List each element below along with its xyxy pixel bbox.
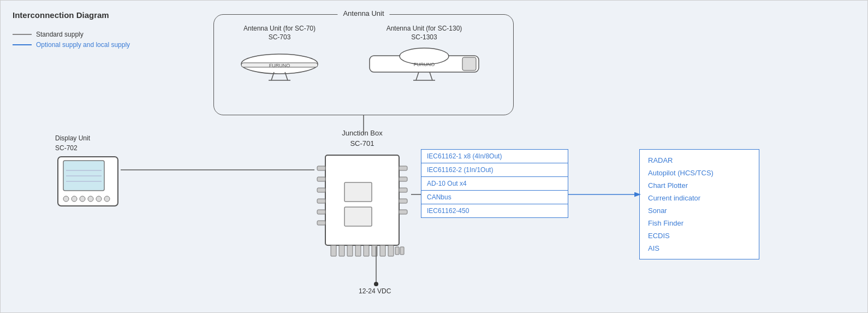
antenna-left-label1: Antenna Unit (for SC-70)	[236, 25, 323, 32]
display-unit-label2: SC-702	[55, 144, 121, 152]
svg-point-22	[96, 196, 102, 202]
svg-line-10	[416, 72, 419, 80]
svg-point-18	[63, 196, 69, 202]
antenna-right: Antenna Unit (for SC-130) SC-1303 FURUNO	[367, 25, 481, 86]
svg-rect-34	[399, 199, 407, 203]
port-item-0: IEC61162-1 x8 (4In/8Out)	[421, 150, 568, 163]
display-unit-icon	[55, 154, 121, 209]
display-unit-label1: Display Unit	[55, 134, 121, 142]
standard-line-icon	[13, 34, 32, 35]
svg-text:FURUNO: FURUNO	[269, 63, 290, 68]
svg-point-21	[88, 196, 93, 202]
svg-rect-27	[317, 188, 325, 192]
device-item-5: Fish Finder	[648, 219, 751, 227]
display-unit: Display Unit SC-702	[55, 134, 121, 210]
devices-box: RADAR Autopilot (HCS/TCS) Chart Plotter …	[639, 149, 759, 259]
device-item-0: RADAR	[648, 156, 751, 164]
port-item-2: AD-10 Out x4	[421, 177, 568, 191]
svg-rect-38	[331, 245, 336, 256]
svg-rect-41	[355, 245, 361, 256]
power-label: 12-24 VDC	[359, 287, 391, 295]
port-list-box: IEC61162-1 x8 (4In/8Out) IEC61162-2 (1In…	[421, 149, 568, 218]
svg-rect-29	[317, 210, 325, 214]
svg-rect-37	[344, 207, 372, 226]
svg-rect-40	[347, 245, 353, 256]
svg-text:FURUNO: FURUNO	[414, 62, 435, 67]
svg-rect-26	[317, 177, 325, 181]
antenna-right-label1: Antenna Unit (for SC-130)	[367, 25, 481, 32]
antenna-unit-box: Antenna Unit Antenna Unit (for SC-70) SC…	[213, 14, 514, 115]
svg-rect-36	[344, 182, 372, 202]
svg-rect-45	[388, 245, 394, 256]
svg-rect-43	[372, 245, 377, 256]
svg-rect-31	[399, 166, 407, 170]
antenna-right-icon: FURUNO	[367, 42, 481, 86]
legend-optional: Optional supply and local supply	[13, 41, 130, 49]
page-title: Interconnection Diagram	[13, 10, 109, 20]
svg-point-53	[374, 282, 378, 286]
diagram-container: Interconnection Diagram Standard supply …	[0, 0, 868, 313]
optional-label: Optional supply and local supply	[36, 41, 130, 49]
device-item-7: AIS	[648, 244, 751, 252]
antenna-left-label2: SC-703	[236, 33, 323, 41]
device-item-6: ECDIS	[648, 232, 751, 240]
port-item-3: CANbus	[421, 191, 568, 204]
device-item-4: Sonar	[648, 206, 751, 215]
svg-rect-33	[399, 188, 407, 192]
svg-rect-47	[400, 247, 404, 255]
power-label-text: 12-24 VDC	[359, 287, 391, 295]
antenna-right-label2: SC-1303	[367, 33, 481, 41]
svg-rect-46	[395, 247, 399, 255]
svg-point-20	[80, 196, 85, 202]
junction-box-label1: Junction Box	[314, 129, 410, 137]
port-item-1: IEC61162-2 (1In/1Out)	[421, 163, 568, 177]
svg-rect-28	[317, 199, 325, 203]
svg-rect-9	[462, 57, 476, 70]
device-item-2: Chart Plotter	[648, 181, 751, 190]
svg-rect-39	[339, 245, 344, 256]
junction-box-area: Junction Box SC-701	[314, 129, 410, 269]
svg-point-23	[104, 196, 110, 202]
antenna-left-icon: FURUNO	[236, 42, 323, 86]
antenna-box-title: Antenna Unit	[337, 9, 389, 17]
svg-rect-35	[399, 210, 407, 214]
device-item-1: Autopilot (HCS/TCS)	[648, 169, 751, 177]
junction-box-label2: SC-701	[314, 139, 410, 147]
optional-line-icon	[13, 44, 32, 45]
svg-line-11	[430, 72, 432, 80]
port-item-4: IEC61162-450	[421, 204, 568, 217]
svg-rect-44	[380, 245, 385, 256]
svg-rect-42	[364, 245, 369, 256]
svg-point-19	[72, 196, 77, 202]
junction-box-icon	[314, 150, 410, 267]
legend: Standard supply Optional supply and loca…	[13, 31, 130, 51]
legend-standard: Standard supply	[13, 31, 130, 38]
svg-rect-30	[317, 221, 325, 225]
device-item-3: Current indicator	[648, 194, 751, 202]
svg-rect-32	[399, 177, 407, 181]
svg-rect-25	[317, 166, 325, 170]
antenna-left: Antenna Unit (for SC-70) SC-703 FURUNO	[236, 25, 323, 86]
standard-label: Standard supply	[36, 31, 84, 38]
